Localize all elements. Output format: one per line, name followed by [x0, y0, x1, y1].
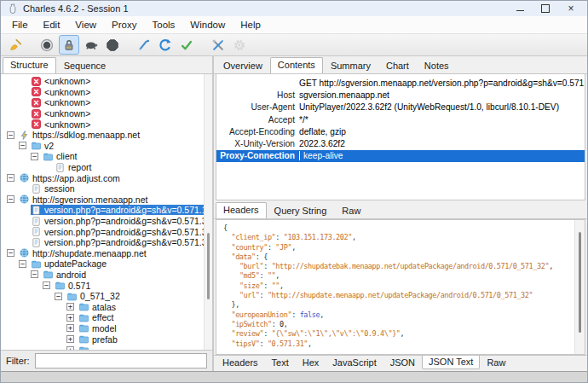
close-button[interactable]: × — [558, 1, 584, 16]
expander-minus-icon[interactable]: − — [7, 249, 14, 257]
menu-help[interactable]: Help — [233, 18, 268, 32]
expander-minus-icon[interactable]: − — [19, 260, 26, 268]
header-row-proxy-connection[interactable]: Proxy-Connectionkeep-alive — [216, 150, 585, 162]
record-button[interactable] — [37, 36, 56, 54]
tree-item-version-php-p-android-g-sh-v-0-571-32[interactable]: version.php?p=android&g=sh&v=0.571.32 — [1, 237, 212, 248]
expander-minus-icon[interactable]: − — [19, 142, 26, 149]
refresh-icon — [159, 38, 172, 52]
tree-item-0-571-32[interactable]: −0_571_32 — [1, 291, 212, 302]
tree-item-version-php-p-android-g-sh-v-0-571-32[interactable]: version.php?p=android&g=sh&v=0.571.32 — [1, 216, 212, 227]
tab-chart[interactable]: Chart — [378, 58, 417, 73]
expander-plus-icon[interactable]: + — [66, 314, 74, 322]
tree-item-partial[interactable]: + — [1, 345, 212, 350]
header-row-x-unity-version[interactable]: X-Unity-Version2022.3.62f2 — [216, 137, 585, 149]
tree-item-atalas[interactable]: +atalas — [1, 301, 212, 312]
request-tab-raw[interactable]: Raw — [334, 203, 368, 218]
tree-item-unknown[interactable]: <unknown> — [1, 108, 212, 119]
expander-minus-icon[interactable]: − — [55, 293, 62, 300]
response-scrollbar-thumb[interactable] — [579, 232, 581, 333]
menu-proxy[interactable]: Proxy — [104, 18, 144, 32]
tree-item-version-php-p-android-g-sh-v-0-571-1[interactable]: version.php?p=android&g=sh&v=0.571.1 — [1, 205, 212, 216]
menu-edit[interactable]: Edit — [36, 18, 68, 32]
tree-item-model[interactable]: +model — [1, 323, 212, 334]
main-area: StructureSequence <unknown><unknown><unk… — [1, 56, 587, 371]
expander-plus-icon[interactable]: + — [66, 346, 74, 350]
tree-item-unknown[interactable]: <unknown> — [1, 119, 212, 130]
response-tab-hex[interactable]: Hex — [296, 356, 326, 369]
tree-scrollbar[interactable] — [204, 74, 212, 350]
response-tab-json[interactable]: JSON — [383, 356, 422, 369]
expander-minus-icon[interactable]: − — [31, 270, 38, 278]
filter-input[interactable] — [35, 353, 208, 368]
response-tab-raw[interactable]: Raw — [480, 356, 512, 369]
menu-tools[interactable]: Tools — [144, 18, 182, 32]
expander-plus-icon[interactable]: + — [66, 303, 74, 310]
response-tab-json-text[interactable]: JSON Text — [422, 356, 480, 369]
header-row-user-agent[interactable]: User-AgentUnityPlayer/2022.3.62f2 (Unity… — [216, 102, 585, 113]
menu-window[interactable]: Window — [182, 18, 233, 32]
request-tab-headers[interactable]: Headers — [216, 202, 267, 218]
minimize-button[interactable] — [507, 1, 533, 16]
tree-item-https-app-adjust-com[interactable]: −https://app.adjust.com — [1, 172, 212, 183]
response-tab-headers[interactable]: Headers — [216, 356, 265, 369]
tree-item-updatepackage[interactable]: −updatePackage — [1, 258, 212, 270]
tree-item-http-sgversion-menaapp-net[interactable]: −http://sgversion.menaapp.net — [1, 194, 212, 206]
folder-icon — [43, 152, 56, 161]
response-tab-text[interactable]: Text — [265, 356, 296, 369]
compose-button[interactable] — [135, 36, 153, 54]
expander-minus-icon[interactable]: − — [7, 195, 14, 203]
response-scrollbar[interactable] — [574, 220, 585, 354]
tree-item-client[interactable]: −client — [1, 151, 212, 162]
right-tab-bar: OverviewContentsSummaryChartNotes — [214, 56, 587, 74]
tree-item-session[interactable]: session — [1, 183, 212, 194]
tree-item-http-shupdate-menaapp-net[interactable]: −http://shupdate.menaapp.net — [1, 248, 212, 259]
request-tab-query-string[interactable]: Query String — [267, 203, 335, 218]
tree-scrollbar-thumb[interactable] — [207, 233, 210, 299]
request-line-row[interactable]: GET http://sgversion.menaapp.net/version… — [216, 77, 585, 89]
header-row-accept-encoding[interactable]: Accept-Encodingdeflate, gzip — [216, 125, 585, 137]
menu-file[interactable]: File — [4, 18, 36, 32]
tree-item-unknown[interactable]: <unknown> — [1, 97, 212, 108]
tab-overview[interactable]: Overview — [216, 58, 270, 73]
tree-item-https-sdklog-menaapp-net[interactable]: −https://sdklog.menaapp.net — [1, 130, 212, 141]
maximize-button[interactable] — [533, 1, 558, 16]
tree-item-report[interactable]: report — [1, 162, 212, 173]
tab-sequence[interactable]: Sequence — [56, 58, 114, 73]
clear-session-button[interactable] — [6, 36, 25, 54]
header-row-host[interactable]: Hostsgversion.menaapp.net — [216, 89, 585, 101]
tab-summary[interactable]: Summary — [323, 58, 378, 73]
response-tab-javascript[interactable]: JavaScript — [326, 356, 383, 369]
validate-button[interactable] — [177, 36, 196, 54]
tab-notes[interactable]: Notes — [417, 58, 457, 73]
tree-item-android[interactable]: −android — [1, 270, 212, 281]
tab-contents[interactable]: Contents — [270, 57, 323, 73]
tab-structure[interactable]: Structure — [3, 57, 56, 73]
expander-plus-icon[interactable]: + — [66, 335, 74, 343]
tree-item-effect[interactable]: +effect — [1, 312, 212, 323]
filter-label: Filter: — [6, 356, 30, 366]
repeat-button[interactable] — [156, 36, 175, 54]
tree-item-unknown[interactable]: <unknown> — [1, 87, 212, 98]
tree-item-label: session — [44, 183, 75, 194]
json-line: "country": "JP", — [223, 243, 573, 252]
tree-item-v2[interactable]: −v2 — [1, 141, 212, 152]
expander-minus-icon[interactable]: − — [7, 174, 14, 182]
tree-item-unknown[interactable]: <unknown> — [1, 76, 212, 87]
throttling-button[interactable] — [82, 36, 101, 54]
tree-item-0-571[interactable]: −0.571 — [1, 280, 212, 291]
expander-minus-icon[interactable]: − — [43, 281, 50, 289]
error-icon — [32, 98, 44, 107]
header-row-accept[interactable]: Accept*/* — [216, 113, 585, 125]
expander-minus-icon[interactable]: − — [7, 131, 14, 139]
tree-item-prefab[interactable]: +prefab — [1, 334, 212, 345]
tools-button[interactable] — [209, 36, 228, 54]
tree-item-version-php-p-android-g-sh-v-0-571-32[interactable]: version.php?p=android&g=sh&v=0.571.32 — [1, 226, 212, 237]
menu-view[interactable]: View — [67, 18, 104, 32]
filter-bar: Filter: — [1, 350, 212, 371]
ssl-proxying-button[interactable] — [59, 35, 79, 55]
turtle-icon — [84, 38, 98, 52]
expander-plus-icon[interactable]: + — [66, 324, 74, 332]
header-value: keep-alive — [300, 151, 585, 160]
expander-minus-icon[interactable]: − — [31, 153, 38, 160]
breakpoints-button[interactable] — [103, 36, 122, 54]
